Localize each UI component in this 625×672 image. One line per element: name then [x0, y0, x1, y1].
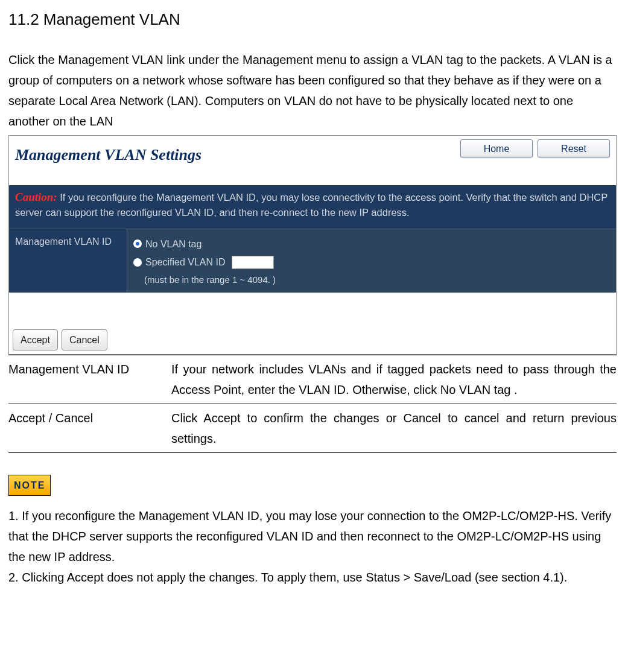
note-badge-label: NOTE [9, 475, 50, 495]
panel-title: Management VLAN Settings [15, 139, 201, 168]
note-item-1: 1. If you reconfigure the Management VLA… [8, 506, 617, 567]
table-row: Management VLAN ID If your network inclu… [8, 355, 617, 404]
radio-no-vlan[interactable]: No VLAN tag [133, 236, 610, 252]
description-table: Management VLAN ID If your network inclu… [8, 355, 617, 453]
vlan-id-input[interactable] [232, 256, 274, 269]
screenshot-spacer [9, 293, 616, 326]
vlan-field-inputs: No VLAN tag Specified VLAN ID (must be i… [127, 229, 616, 293]
section-heading: 11.2 Management VLAN [8, 6, 617, 33]
cancel-button[interactable]: Cancel [62, 329, 107, 350]
settings-screenshot: Management VLAN Settings Home Reset Caut… [8, 135, 617, 355]
radio-no-vlan-label: No VLAN tag [145, 236, 201, 252]
row-key: Management VLAN ID [8, 359, 171, 400]
vlan-form-row: Management VLAN ID No VLAN tag Specified… [9, 229, 616, 293]
header-buttons: Home Reset [460, 139, 610, 157]
form-action-buttons: Accept Cancel [9, 326, 616, 354]
reset-button[interactable]: Reset [538, 139, 610, 157]
note-item-2: 2. Clicking Accept does not apply the ch… [8, 567, 617, 588]
row-key: Accept / Cancel [8, 408, 171, 449]
radio-icon [133, 258, 142, 267]
screenshot-header: Management VLAN Settings Home Reset [9, 136, 616, 185]
radio-specified-vlan[interactable]: Specified VLAN ID [133, 254, 610, 270]
radio-specified-label: Specified VLAN ID [145, 254, 226, 270]
accept-button[interactable]: Accept [13, 329, 58, 350]
vlan-field-label: Management VLAN ID [9, 229, 127, 293]
row-value: Click Accept to confirm the changes or C… [171, 408, 617, 449]
vlan-range-hint: (must be in the range 1 ~ 4094. ) [144, 272, 610, 288]
intro-paragraph: Click the Management VLAN link under the… [8, 49, 617, 132]
caution-label: Caution: [15, 191, 57, 203]
home-button[interactable]: Home [460, 139, 533, 157]
table-row: Accept / Cancel Click Accept to confirm … [8, 404, 617, 452]
radio-icon [133, 239, 142, 248]
row-value: If your network includes VLANs and if ta… [171, 359, 617, 400]
note-badge: NOTE [8, 475, 51, 496]
caution-block: Caution: If you reconfigure the Manageme… [9, 185, 616, 228]
caution-text: If you reconfigure the Management VLAN I… [15, 192, 608, 218]
